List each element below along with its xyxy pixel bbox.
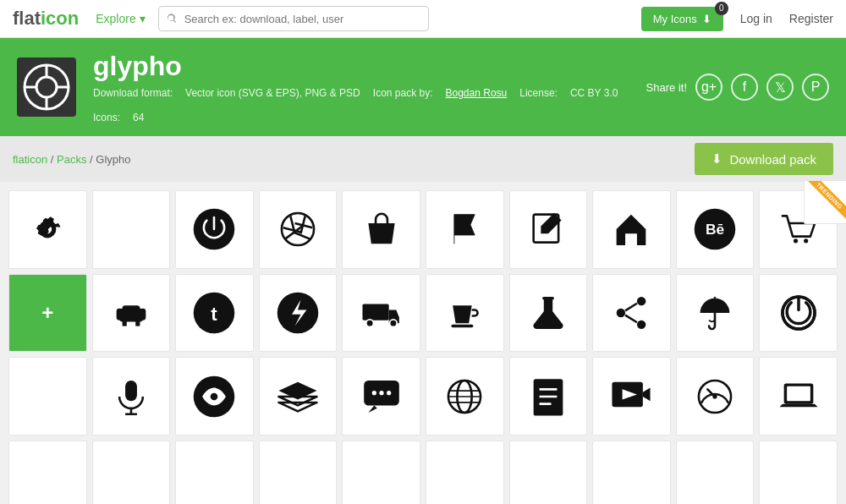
icons-label: Icons: (93, 112, 120, 123)
breadcrumb: flaticon / Packs / Glypho (13, 153, 131, 166)
icon-eye[interactable] (175, 357, 254, 436)
icon-share[interactable] (592, 274, 671, 353)
svg-line-55 (626, 315, 638, 323)
pack-header: glypho Download format: Vector icon (SVG… (0, 38, 846, 136)
svg-point-36 (804, 239, 808, 244)
breadcrumb-packs[interactable]: Packs (57, 153, 86, 166)
format-value: Vector icon (SVG & EPS), PNG & PSD (185, 87, 360, 99)
icon-placeholder-e[interactable] (342, 441, 420, 504)
breadcrumb-flaticon[interactable]: flaticon (13, 153, 47, 166)
icon-aperture[interactable] (259, 190, 338, 269)
icon-cart[interactable] (759, 190, 838, 269)
svg-rect-87 (787, 386, 810, 400)
icon-shopping-bag[interactable] (342, 190, 420, 269)
icon-umbrella[interactable] (676, 274, 755, 353)
share-label: Share it! (646, 81, 687, 94)
svg-point-51 (637, 297, 645, 305)
icons-count: 64 (133, 112, 144, 123)
icon-home[interactable] (592, 190, 671, 269)
svg-rect-39 (117, 309, 123, 320)
search-input[interactable] (158, 6, 429, 31)
icon-placeholder-g[interactable] (509, 441, 588, 504)
icons-section: f g+ in (0, 182, 846, 504)
download-pack-button[interactable]: ⬇ Download pack (695, 143, 833, 175)
my-icons-badge: 0 (715, 2, 728, 15)
svg-point-52 (617, 309, 625, 317)
svg-point-1 (36, 77, 57, 97)
icon-flask[interactable] (509, 274, 588, 353)
icon-lightning[interactable] (259, 274, 338, 353)
icon-empty-4[interactable] (8, 441, 87, 504)
svg-point-85 (712, 394, 717, 398)
site-logo[interactable]: flaticon (13, 8, 79, 30)
icon-truck[interactable] (342, 274, 420, 353)
icon-list-doc[interactable] (509, 357, 588, 436)
icon-laptop[interactable] (759, 357, 838, 436)
breadcrumb-bar: flaticon / Packs / Glypho ⬇ Download pac… (0, 136, 846, 182)
my-icons-label: My Icons (653, 13, 697, 25)
explore-label: Explore (96, 12, 135, 25)
explore-button[interactable]: Explore ▾ (96, 12, 145, 25)
icon-speedometer[interactable] (676, 357, 755, 436)
svg-marker-66 (279, 402, 317, 410)
icons-grid: f g+ in (8, 190, 838, 504)
svg-point-47 (365, 320, 373, 327)
svg-point-63 (211, 392, 218, 400)
icon-layers[interactable] (259, 357, 338, 436)
svg-rect-50 (542, 297, 554, 299)
icon-armchair[interactable] (92, 274, 171, 353)
svg-line-54 (626, 304, 638, 311)
svg-rect-38 (122, 305, 140, 313)
icon-placeholder-a[interactable] (92, 441, 171, 504)
icon-placeholder-c[interactable] (175, 441, 254, 504)
icon-placeholder-h[interactable] (592, 441, 671, 504)
pack-info: glypho Download format: Vector icon (SVG… (93, 51, 629, 123)
svg-rect-40 (140, 309, 146, 320)
icon-flag[interactable] (426, 190, 504, 269)
svg-point-68 (371, 391, 376, 395)
icon-placeholder-i[interactable] (676, 441, 755, 504)
logo-text-flat: flat (13, 8, 41, 30)
icon-behance[interactable]: Bē (676, 190, 755, 269)
icon-placeholder-j[interactable] (759, 441, 838, 504)
icon-power-circle[interactable] (175, 190, 254, 269)
top-navigation: flaticon Explore ▾ My Icons ⬇ 0 Log in R… (0, 0, 846, 38)
nav-right: My Icons ⬇ 0 Log in Register (641, 7, 833, 31)
pack-social: Share it! g+ f 𝕏 P (646, 74, 829, 101)
google-plus-share-icon[interactable]: g+ (695, 74, 722, 101)
svg-point-35 (794, 239, 798, 244)
pack-logo-svg (21, 62, 72, 112)
icon-coffee[interactable] (426, 274, 504, 353)
icon-globe[interactable] (426, 357, 504, 436)
twitter-share-icon[interactable]: 𝕏 (766, 74, 794, 101)
icon-chat[interactable] (342, 357, 420, 436)
svg-rect-46 (362, 304, 388, 320)
chevron-down-icon: ▾ (140, 12, 146, 25)
svg-rect-59 (125, 380, 137, 400)
icon-placeholder-f[interactable] (426, 441, 504, 504)
my-icons-button[interactable]: My Icons ⬇ 0 (641, 7, 723, 31)
breadcrumb-current: Glypho (96, 153, 130, 166)
svg-marker-81 (643, 387, 651, 401)
icon-empty-1[interactable] (92, 190, 171, 269)
register-link[interactable]: Register (789, 12, 833, 25)
icon-tumblr[interactable]: t (175, 274, 254, 353)
download-icon: ⬇ (711, 151, 722, 167)
icon-settings[interactable] (8, 190, 87, 269)
icon-empty-2[interactable]: + (8, 274, 87, 353)
svg-text:Bē: Bē (706, 221, 725, 238)
icon-power[interactable] (759, 274, 838, 353)
icon-empty-3[interactable] (8, 357, 87, 436)
author-link[interactable]: Bogdan Rosu (446, 87, 508, 99)
pack-meta: Download format: Vector icon (SVG & EPS)… (93, 87, 629, 123)
icon-play-video[interactable] (592, 357, 671, 436)
svg-text:t: t (212, 304, 218, 325)
facebook-share-icon[interactable]: f (731, 74, 758, 101)
icon-placeholder-d[interactable] (259, 441, 338, 504)
icon-microphone[interactable] (92, 357, 171, 436)
pinterest-share-icon[interactable]: P (802, 74, 829, 101)
svg-rect-49 (452, 325, 474, 327)
format-label: Download format: (93, 87, 173, 99)
icon-edit[interactable] (509, 190, 588, 269)
login-link[interactable]: Log in (740, 12, 772, 25)
